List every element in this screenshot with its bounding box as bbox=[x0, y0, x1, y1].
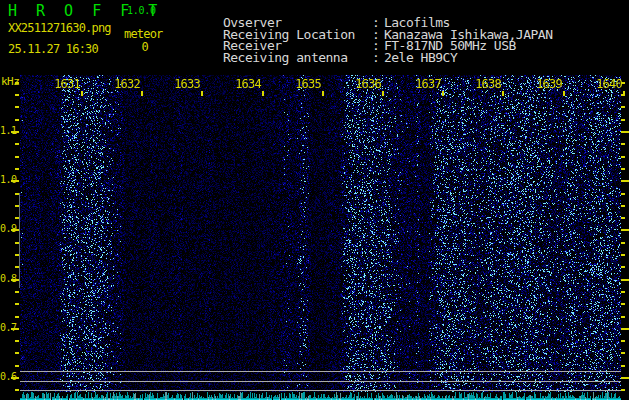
freq-tick bbox=[621, 180, 629, 182]
signal-level-gridline bbox=[20, 381, 621, 382]
freq-tick bbox=[15, 303, 19, 305]
time-tick-label: 1640 bbox=[595, 78, 623, 90]
freq-tick bbox=[621, 377, 629, 379]
signal-level-gridline bbox=[20, 390, 621, 391]
freq-tick bbox=[621, 119, 625, 121]
freq-tick bbox=[621, 389, 625, 391]
info-value: 2ele HB9CY bbox=[384, 50, 457, 65]
time-tick-label: 1638 bbox=[474, 78, 502, 90]
signal-level-gridline bbox=[20, 371, 621, 372]
freq-tick bbox=[621, 316, 625, 318]
time-tick-label: 1635 bbox=[294, 78, 322, 90]
freq-tick bbox=[621, 279, 629, 281]
freq-tick-label: 1.0 bbox=[0, 174, 13, 186]
time-tick-label: 1632 bbox=[113, 78, 141, 90]
freq-tick bbox=[621, 242, 625, 244]
freq-tick bbox=[621, 266, 625, 268]
mode-label: meteor bbox=[124, 27, 163, 41]
time-tick bbox=[442, 91, 444, 96]
left-edge-marker-line bbox=[19, 193, 20, 288]
time-tick-label: 1634 bbox=[234, 78, 262, 90]
info-label: Receiving antenna bbox=[223, 52, 372, 64]
freq-tick bbox=[621, 143, 625, 145]
freq-tick bbox=[15, 94, 19, 96]
freq-tick bbox=[621, 217, 625, 219]
app-version: 1.0.0 bbox=[127, 5, 156, 16]
time-tick bbox=[623, 91, 625, 96]
freq-tick bbox=[15, 291, 19, 293]
time-tick bbox=[141, 91, 143, 96]
freq-tick bbox=[621, 193, 625, 195]
time-tick bbox=[81, 91, 83, 96]
time-tick bbox=[201, 91, 203, 96]
hrofft-window: H R O F F T 1.0.0 XX2511271630.png meteo… bbox=[0, 0, 629, 400]
freq-tick bbox=[15, 340, 19, 342]
time-tick bbox=[262, 91, 264, 96]
freq-tick bbox=[15, 352, 19, 354]
freq-tick bbox=[15, 156, 19, 158]
capture-filename: XX2511271630.png bbox=[8, 21, 111, 35]
echo-count: 0 bbox=[138, 40, 152, 54]
freq-tick bbox=[621, 205, 625, 207]
freq-tick bbox=[15, 82, 19, 84]
time-tick bbox=[322, 91, 324, 96]
freq-tick-label: 0.6 bbox=[0, 371, 13, 383]
freq-tick bbox=[15, 316, 19, 318]
freq-tick bbox=[15, 106, 19, 108]
freq-tick bbox=[621, 229, 629, 231]
freq-tick bbox=[621, 291, 625, 293]
freq-tick bbox=[15, 168, 19, 170]
capture-datetime: 25.11.27 16:30 bbox=[8, 42, 98, 56]
freq-tick-label: 1.1 bbox=[0, 125, 13, 137]
time-tick bbox=[502, 91, 504, 96]
info-row: Ovserver:Lacofilms bbox=[179, 5, 552, 17]
freq-tick bbox=[621, 328, 629, 330]
freq-tick bbox=[15, 365, 19, 367]
freq-tick bbox=[621, 254, 625, 256]
freq-tick-label: 0.7 bbox=[0, 322, 13, 334]
freq-tick bbox=[15, 143, 19, 145]
info-colon: : bbox=[372, 52, 384, 64]
freq-tick bbox=[621, 340, 625, 342]
freq-tick bbox=[621, 131, 629, 133]
freq-tick bbox=[15, 389, 19, 391]
freq-tick bbox=[621, 303, 625, 305]
time-tick bbox=[563, 91, 565, 96]
time-tick-label: 1637 bbox=[414, 78, 442, 90]
freq-tick bbox=[621, 106, 625, 108]
time-tick-label: 1633 bbox=[173, 78, 201, 90]
spectrogram-noise-canvas bbox=[20, 75, 621, 400]
time-tick-label: 1639 bbox=[535, 78, 563, 90]
freq-tick bbox=[621, 156, 625, 158]
freq-tick bbox=[621, 365, 625, 367]
observer-info: Ovserver:Lacofilms Receiving Location:Ka… bbox=[179, 5, 552, 52]
freq-tick bbox=[621, 352, 625, 354]
time-tick-label: 1636 bbox=[354, 78, 382, 90]
freq-tick bbox=[15, 119, 19, 121]
freq-tick-label: 0.9 bbox=[0, 223, 13, 235]
freq-tick bbox=[621, 168, 625, 170]
freq-tick-label: 0.8 bbox=[0, 273, 13, 285]
time-tick-label: 1631 bbox=[53, 78, 81, 90]
time-tick bbox=[382, 91, 384, 96]
